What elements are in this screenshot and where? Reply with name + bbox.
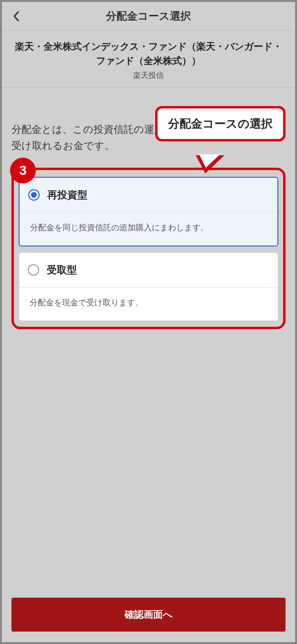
- radio-icon: [28, 189, 40, 201]
- option-title: 受取型: [47, 263, 77, 277]
- callout-text: 分配金コースの選択: [168, 117, 273, 130]
- callout-bubble: 分配金コースの選択: [155, 106, 286, 141]
- back-button[interactable]: [9, 9, 23, 23]
- footer: 確認画面へ: [2, 589, 295, 642]
- option-desc: 分配金を現金で受け取ります。: [19, 288, 278, 321]
- option-reinvest[interactable]: 再投資型 分配金を同じ投資信託の追加購入にまわします。: [19, 177, 278, 247]
- option-header: 受取型: [19, 253, 278, 288]
- option-receive[interactable]: 受取型 分配金を現金で受け取ります。: [19, 252, 278, 321]
- page-title: 分配金コース選択: [106, 9, 191, 23]
- fund-info: 楽天・全米株式インデックス・ファンド（楽天・バンガード・ファンド（全米株式）） …: [2, 31, 295, 88]
- step-badge: 3: [10, 158, 36, 183]
- chevron-left-icon: [12, 11, 20, 22]
- fund-company: 楽天投信: [11, 71, 286, 81]
- header: 分配金コース選択: [2, 2, 295, 31]
- fund-name: 楽天・全米株式インデックス・ファンド（楽天・バンガード・ファンド（全米株式））: [11, 39, 286, 68]
- confirm-button[interactable]: 確認画面へ: [11, 598, 286, 632]
- option-desc: 分配金を同じ投資信託の追加購入にまわします。: [20, 213, 277, 246]
- radio-icon: [28, 264, 39, 276]
- options-container: 3 再投資型 分配金を同じ投資信託の追加購入にまわします。 受取型 分配金を現金…: [11, 168, 286, 329]
- option-header: 再投資型: [20, 178, 277, 213]
- option-title: 再投資型: [47, 188, 87, 202]
